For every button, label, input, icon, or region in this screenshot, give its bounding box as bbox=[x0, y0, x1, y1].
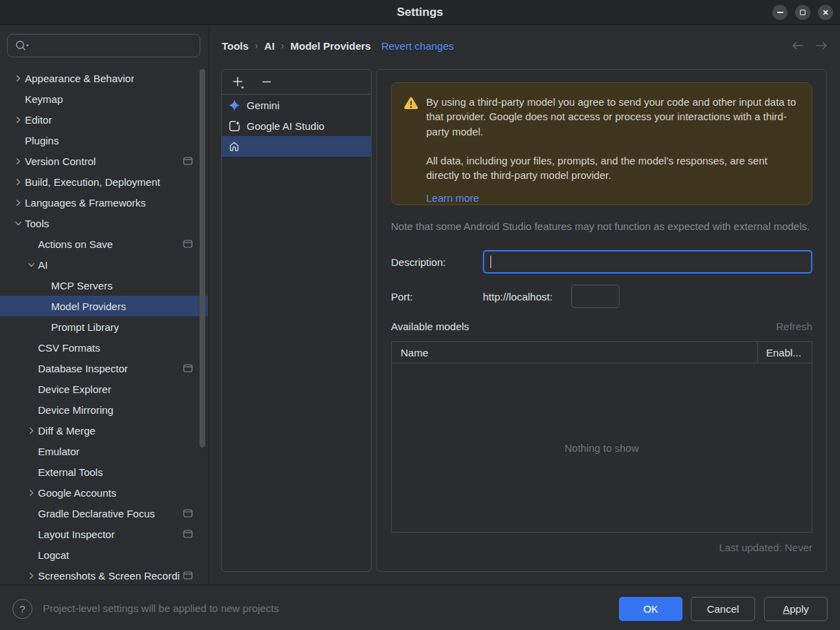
models-table-empty: Nothing to show bbox=[392, 363, 812, 532]
forward-arrow-icon[interactable] bbox=[815, 40, 829, 51]
last-updated-label: Last updated: Never bbox=[391, 542, 812, 553]
breadcrumb-segment[interactable]: Tools bbox=[222, 40, 249, 52]
chevron-right-icon bbox=[11, 198, 25, 207]
maximize-button[interactable] bbox=[795, 5, 810, 20]
sidebar-item-prompt-library[interactable]: Prompt Library bbox=[0, 316, 208, 337]
sidebar-item-csv-formats[interactable]: CSV Formats bbox=[0, 337, 208, 358]
sidebar-item-tools[interactable]: Tools bbox=[0, 213, 208, 233]
learn-more-link[interactable]: Learn more bbox=[426, 191, 798, 205]
gemini-icon bbox=[229, 99, 240, 111]
warning-icon bbox=[403, 97, 419, 111]
ok-button[interactable]: OK bbox=[619, 597, 682, 621]
chevron-down-icon bbox=[11, 219, 25, 228]
sidebar-divider bbox=[209, 26, 209, 584]
sidebar-item-label: Layout Inspector bbox=[38, 528, 115, 540]
sidebar-item-label: Screenshots & Screen Recordi bbox=[38, 570, 180, 582]
chevron-down-icon bbox=[24, 260, 38, 269]
remove-provider-button[interactable] bbox=[258, 73, 276, 91]
port-label: Port: bbox=[391, 291, 483, 303]
title-bar: Settings ✕ bbox=[0, 0, 840, 25]
providers-panel: GeminiGoogle AI Studio bbox=[221, 69, 372, 572]
apply-button[interactable]: Apply bbox=[764, 597, 828, 621]
sidebar-item-version-control[interactable]: Version Control bbox=[0, 151, 208, 171]
sidebar-item-gradle-declarative-focus[interactable]: Gradle Declarative Focus bbox=[0, 503, 208, 524]
sidebar-item-label: Keymap bbox=[25, 93, 63, 105]
add-provider-button[interactable] bbox=[230, 73, 248, 91]
minus-icon bbox=[261, 75, 272, 89]
sidebar-item-label: Diff & Merge bbox=[38, 425, 95, 437]
column-header-name[interactable]: Name bbox=[392, 347, 757, 359]
provider-item-new[interactable] bbox=[222, 136, 371, 157]
sidebar-item-label: Version Control bbox=[25, 155, 96, 167]
sidebar-item-mcp-servers[interactable]: MCP Servers bbox=[0, 275, 208, 296]
sidebar-item-label: Prompt Library bbox=[51, 321, 119, 333]
settings-search-input[interactable] bbox=[7, 34, 200, 57]
sidebar-item-diff-merge[interactable]: Diff & Merge bbox=[0, 420, 208, 441]
sidebar-item-keymap[interactable]: Keymap bbox=[0, 88, 208, 109]
column-header-enabled[interactable]: Enabl... bbox=[757, 342, 812, 363]
chevron-right-icon bbox=[11, 178, 25, 187]
sidebar-item-build-execution-deployment[interactable]: Build, Execution, Deployment bbox=[0, 171, 208, 192]
sidebar-scrollbar[interactable] bbox=[200, 69, 205, 448]
sidebar-item-appearance-behavior[interactable]: Appearance & Behavior bbox=[0, 68, 208, 88]
sidebar-item-label: Database Inspector bbox=[38, 363, 128, 374]
models-table: Name Enabl... Nothing to show bbox=[391, 341, 812, 533]
breadcrumb-separator: › bbox=[281, 40, 285, 51]
history-nav bbox=[790, 40, 829, 51]
help-button[interactable]: ? bbox=[12, 599, 32, 619]
sidebar-item-label: MCP Servers bbox=[51, 280, 113, 292]
refresh-button[interactable]: Refresh bbox=[776, 321, 812, 332]
available-models-row: Available models Refresh bbox=[391, 321, 812, 332]
sidebar-item-label: Device Explorer bbox=[38, 383, 111, 395]
sidebar-item-label: Languages & Frameworks bbox=[25, 197, 146, 209]
project-badge-icon bbox=[183, 240, 193, 248]
sidebar-item-ai[interactable]: AI bbox=[0, 254, 208, 275]
minimize-button[interactable] bbox=[772, 5, 788, 20]
breadcrumb-segment[interactable]: AI bbox=[265, 40, 275, 52]
chevron-right-icon bbox=[11, 115, 25, 124]
third-party-warning-banner: By using a third-party model you agree t… bbox=[391, 82, 812, 205]
chevron-right-icon bbox=[24, 426, 38, 435]
sidebar-item-google-accounts[interactable]: Google Accounts bbox=[0, 482, 208, 503]
provider-item-google-ai-studio[interactable]: Google AI Studio bbox=[222, 115, 371, 136]
sidebar-item-database-inspector[interactable]: Database Inspector bbox=[0, 358, 208, 379]
breadcrumb-segment[interactable]: Model Providers bbox=[290, 40, 371, 52]
question-mark-icon: ? bbox=[19, 603, 25, 615]
sidebar-item-device-mirroring[interactable]: Device Mirroring bbox=[0, 399, 208, 420]
chevron-right-icon bbox=[24, 488, 38, 497]
sidebar-item-actions-on-save[interactable]: Actions on Save bbox=[0, 233, 208, 254]
sidebar-item-logcat[interactable]: Logcat bbox=[0, 544, 208, 565]
revert-changes-link[interactable]: Revert changes bbox=[381, 40, 454, 52]
sidebar-item-model-providers[interactable]: Model Providers bbox=[0, 296, 208, 316]
description-input[interactable] bbox=[483, 250, 812, 274]
sidebar-item-screenshots-screen-recordi[interactable]: Screenshots & Screen Recordi bbox=[0, 565, 208, 584]
back-arrow-icon[interactable] bbox=[790, 40, 804, 51]
close-button[interactable]: ✕ bbox=[818, 5, 833, 20]
sidebar-item-layout-inspector[interactable]: Layout Inspector bbox=[0, 524, 208, 544]
minimize-icon bbox=[777, 12, 783, 13]
sidebar-item-editor[interactable]: Editor bbox=[0, 109, 208, 130]
sidebar-item-plugins[interactable]: Plugins bbox=[0, 130, 208, 151]
cancel-button[interactable]: Cancel bbox=[691, 597, 755, 621]
sidebar-item-label: Logcat bbox=[38, 549, 69, 561]
footer-bar: ? Project-level settings will be applied… bbox=[0, 584, 840, 630]
sidebar-item-label: Build, Execution, Deployment bbox=[25, 176, 160, 188]
chevron-right-icon bbox=[11, 74, 25, 83]
sidebar-item-device-explorer[interactable]: Device Explorer bbox=[0, 379, 208, 399]
warning-paragraph-1: By using a third-party model you agree t… bbox=[426, 95, 798, 139]
port-input[interactable] bbox=[571, 285, 620, 308]
sidebar-item-label: Tools bbox=[25, 218, 49, 229]
sidebar-item-label: Actions on Save bbox=[38, 238, 113, 250]
project-badge-icon bbox=[183, 364, 193, 372]
provider-item-gemini[interactable]: Gemini bbox=[222, 95, 371, 115]
project-badge-icon bbox=[183, 157, 193, 165]
plus-icon bbox=[231, 75, 247, 89]
sidebar-item-external-tools[interactable]: External Tools bbox=[0, 461, 208, 482]
sidebar-item-emulator[interactable]: Emulator bbox=[0, 441, 208, 461]
provider-item-label: Gemini bbox=[247, 99, 280, 111]
sidebar-item-languages-frameworks[interactable]: Languages & Frameworks bbox=[0, 192, 208, 213]
chevron-right-icon bbox=[11, 157, 25, 166]
breadcrumb: Tools›AI›Model Providers Revert changes bbox=[222, 34, 454, 57]
sidebar-item-label: External Tools bbox=[38, 466, 103, 478]
localhost-prefix: http://localhost: bbox=[483, 291, 557, 303]
